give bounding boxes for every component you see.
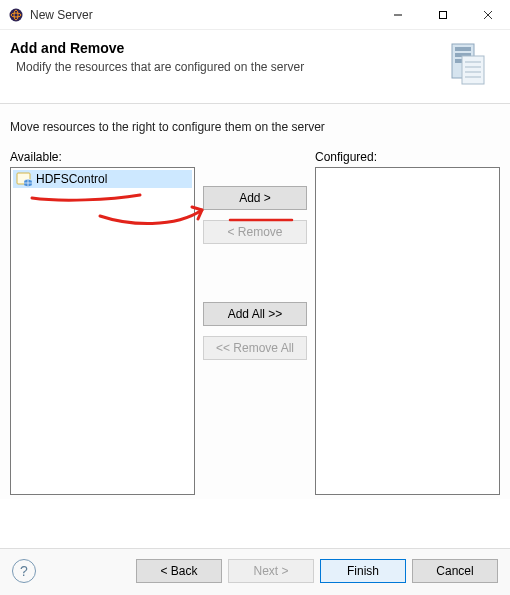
remove-all-button: << Remove All bbox=[203, 336, 307, 360]
cancel-button[interactable]: Cancel bbox=[412, 559, 498, 583]
maximize-button[interactable] bbox=[420, 0, 465, 30]
svg-rect-4 bbox=[439, 11, 446, 18]
back-button[interactable]: < Back bbox=[136, 559, 222, 583]
wizard-banner: Add and Remove Modify the resources that… bbox=[0, 30, 510, 104]
remove-button: < Remove bbox=[203, 220, 307, 244]
close-button[interactable] bbox=[465, 0, 510, 30]
configured-label: Configured: bbox=[315, 150, 500, 164]
list-item[interactable]: HDFSControl bbox=[13, 170, 192, 188]
next-button: Next > bbox=[228, 559, 314, 583]
available-listbox[interactable]: HDFSControl bbox=[10, 167, 195, 495]
available-label: Available: bbox=[10, 150, 195, 164]
window-controls bbox=[375, 0, 510, 30]
wizard-content: Move resources to the right to configure… bbox=[0, 104, 510, 499]
banner-description: Modify the resources that are configured… bbox=[16, 60, 448, 74]
transfer-buttons: Add > < Remove Add All >> << Remove All bbox=[203, 150, 307, 495]
minimize-button[interactable] bbox=[375, 0, 420, 30]
wizard-footer: ? < Back Next > Finish Cancel bbox=[0, 548, 510, 595]
instruction-text: Move resources to the right to configure… bbox=[10, 120, 500, 134]
add-button[interactable]: Add > bbox=[203, 186, 307, 210]
list-item-label: HDFSControl bbox=[36, 172, 107, 186]
svg-rect-8 bbox=[455, 47, 471, 51]
configured-column: Configured: bbox=[315, 150, 500, 495]
svg-rect-11 bbox=[462, 56, 484, 84]
web-module-icon bbox=[16, 171, 32, 187]
available-column: Available: HDFSControl bbox=[10, 150, 195, 495]
banner-title: Add and Remove bbox=[10, 40, 448, 56]
server-icon bbox=[448, 40, 496, 91]
configured-listbox[interactable] bbox=[315, 167, 500, 495]
titlebar: New Server bbox=[0, 0, 510, 30]
add-all-button[interactable]: Add All >> bbox=[203, 302, 307, 326]
help-icon[interactable]: ? bbox=[12, 559, 36, 583]
finish-button[interactable]: Finish bbox=[320, 559, 406, 583]
window-title: New Server bbox=[30, 8, 375, 22]
eclipse-icon bbox=[8, 7, 24, 23]
